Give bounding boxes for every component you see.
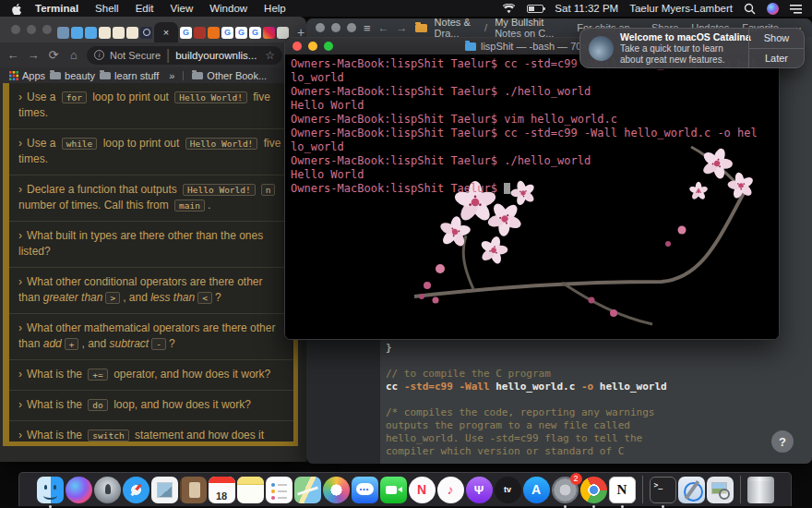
dock-icon-appstore[interactable]: A	[523, 477, 550, 503]
bookmark-apps[interactable]: Apps	[9, 70, 45, 81]
dock-icon-siri[interactable]	[66, 477, 92, 503]
close-tab-icon[interactable]: ×	[163, 27, 169, 38]
user-menu[interactable]: Taelur Myers-Lambert	[629, 3, 733, 14]
bookmark-label: beauty	[65, 70, 95, 81]
xcode-icon	[678, 477, 705, 503]
pinned-tab[interactable]: G	[221, 27, 233, 39]
breadcrumb-separator: /	[484, 22, 487, 33]
dock-icon-facetime[interactable]	[380, 477, 407, 503]
dock-icon-photos[interactable]	[323, 477, 350, 503]
forward-icon[interactable]: →	[26, 48, 41, 62]
address-bar[interactable]: i Not Secure | buildyourownlis... ☆	[87, 46, 282, 65]
info-icon[interactable]: i	[94, 50, 104, 60]
pinned-tab[interactable]	[277, 27, 289, 39]
home-icon[interactable]: ⌂	[66, 48, 81, 62]
tv-icon: tv	[495, 477, 521, 503]
bookmark-star-icon[interactable]: ☆	[265, 49, 275, 62]
dock-icon-contacts[interactable]	[180, 477, 207, 503]
dock-icon-launchpad[interactable]	[94, 477, 121, 503]
pinned-tab[interactable]	[126, 27, 138, 39]
dock-icon-podcasts[interactable]: Ψ	[466, 477, 493, 503]
pinned-tab[interactable]: G	[249, 27, 261, 39]
pinned-tab[interactable]	[57, 27, 69, 39]
notes-traffic-lights[interactable]	[316, 23, 356, 32]
pinned-tab[interactable]	[263, 27, 275, 39]
siri-icon[interactable]	[767, 3, 779, 15]
pinned-tab[interactable]: G	[235, 27, 247, 39]
menu-item-view[interactable]: View	[170, 3, 193, 14]
pinned-tab[interactable]: G	[180, 27, 192, 39]
bookmark-other-bookmarks[interactable]: Other Book...	[192, 70, 267, 81]
editor-code[interactable]: }// to compile the C programcc -std=c99 …	[386, 342, 667, 458]
apple-menu[interactable]	[11, 3, 22, 15]
spotlight-search-icon[interactable]	[744, 3, 756, 15]
bookmarks-overflow-icon[interactable]: »	[169, 70, 174, 81]
dock-icon-news[interactable]: N	[409, 477, 436, 503]
dock-icon-terminal-app[interactable]: >_	[650, 477, 676, 503]
apple-logo-icon	[11, 3, 22, 15]
pinned-tab[interactable]	[140, 27, 152, 39]
bookmark-folder-learn-stuff[interactable]: learn stuff	[100, 70, 159, 81]
dock-icon-finder[interactable]	[37, 477, 64, 503]
back-icon[interactable]: ←	[378, 21, 389, 34]
photos-icon	[323, 477, 350, 503]
terminal-line: Owners-MacBook:lispShit Taelur$ vim hell…	[291, 113, 758, 127]
pinned-tab[interactable]	[85, 27, 97, 39]
show-button[interactable]: Show	[749, 29, 804, 49]
notification-center-icon[interactable]	[790, 4, 803, 14]
dock-icon-notion[interactable]: N	[609, 477, 636, 503]
siri-icon	[66, 477, 92, 503]
question-text: What built in types are there other than…	[18, 229, 263, 258]
dock-icon-maps[interactable]	[294, 477, 321, 503]
maps-icon	[294, 477, 321, 503]
emphasis-text: greater than	[43, 291, 103, 304]
dock-icon-notes[interactable]	[237, 477, 264, 503]
help-button[interactable]: ?	[771, 430, 794, 453]
breadcrumb-folder[interactable]: Notes & Dra...	[435, 18, 478, 39]
back-icon[interactable]: ←	[6, 48, 20, 62]
terminal-body[interactable]: Owners-MacBook:lispShit Taelur$ cc -std=…	[285, 54, 779, 339]
pinned-tab[interactable]	[71, 27, 83, 39]
dock-icon-messages[interactable]	[352, 477, 378, 503]
pinned-tabs	[57, 22, 152, 42]
pinned-tab[interactable]	[194, 27, 206, 39]
later-button[interactable]: Later	[749, 49, 804, 68]
terminal-line: Owners-MacBook:lispShit Taelur$	[291, 182, 758, 196]
browser-traffic-lights[interactable]	[11, 25, 52, 34]
dock-icon-sysprefs[interactable]: 2	[552, 477, 579, 503]
dock-icon-music[interactable]: ♪	[437, 477, 464, 503]
dock-icon-trash[interactable]	[747, 477, 774, 503]
hamburger-icon[interactable]: ≡	[364, 21, 371, 35]
dock-icon-preview[interactable]	[707, 477, 734, 503]
menu-item-help[interactable]: Help	[264, 3, 286, 14]
question-text: loop to print out	[90, 91, 172, 103]
menu-item-terminal[interactable]: Terminal	[35, 3, 78, 14]
battery-icon[interactable]	[527, 5, 543, 13]
active-tab[interactable]: ×	[154, 22, 178, 42]
terminal-line: Hello World	[291, 168, 758, 182]
bookmarks-divider	[183, 71, 184, 80]
dock-icon-chrome[interactable]	[580, 477, 607, 503]
reload-icon[interactable]: ⟳	[46, 48, 61, 62]
dock-icon-tv[interactable]: tv	[495, 477, 521, 503]
dock-icon-safari[interactable]	[123, 477, 149, 503]
pinned-tab[interactable]	[113, 27, 125, 39]
bullet-icon: ›	[18, 183, 22, 196]
dock-icon-reminders[interactable]	[266, 477, 293, 503]
breadcrumb-doc[interactable]: My Bullshit Notes on C...	[495, 18, 569, 39]
wifi-icon[interactable]	[502, 4, 516, 14]
dock-icon-calendar[interactable]: 18	[209, 477, 235, 503]
dock-icon-mail[interactable]	[151, 477, 178, 503]
notification-banner[interactable]: Welcome to macOS Catalina Take a quick t…	[579, 28, 805, 68]
dock-icon-xcode[interactable]	[678, 477, 705, 503]
clock[interactable]: Sat 11:32 PM	[555, 3, 618, 14]
menu-item-edit[interactable]: Edit	[136, 3, 154, 14]
bookmark-folder-beauty[interactable]: beauty	[50, 70, 95, 81]
menu-item-shell[interactable]: Shell	[95, 3, 119, 14]
pinned-tab[interactable]	[208, 27, 220, 39]
forward-icon[interactable]: →	[397, 21, 408, 34]
contacts-icon	[180, 477, 207, 503]
music-icon: ♪	[437, 477, 464, 503]
pinned-tab[interactable]	[99, 27, 111, 39]
menu-item-window[interactable]: Window	[209, 3, 247, 14]
